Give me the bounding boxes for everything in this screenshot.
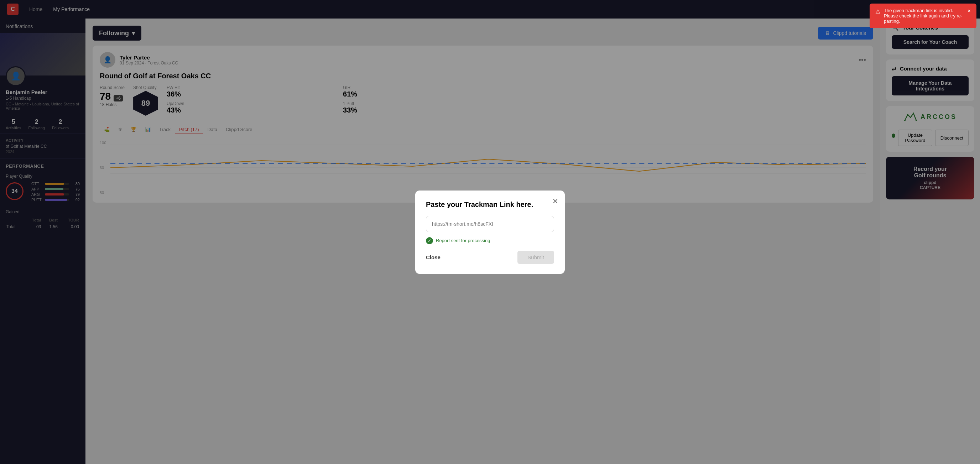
modal-footer: Close Submit bbox=[426, 251, 554, 264]
modal-success-message: ✓ Report sent for processing bbox=[426, 237, 554, 244]
toast-close-button[interactable]: × bbox=[967, 8, 971, 14]
trackman-link-input[interactable] bbox=[426, 216, 554, 232]
toast-message: The given trackman link is invalid. Plea… bbox=[884, 8, 964, 24]
modal-close-button[interactable]: Close bbox=[426, 254, 441, 260]
modal-overlay: Paste your Trackman Link here. ✕ ✓ Repor… bbox=[0, 0, 980, 464]
modal-close-x-button[interactable]: ✕ bbox=[552, 197, 558, 205]
modal-title: Paste your Trackman Link here. bbox=[426, 200, 554, 209]
success-check-icon: ✓ bbox=[426, 237, 433, 244]
trackman-modal: Paste your Trackman Link here. ✕ ✓ Repor… bbox=[415, 191, 565, 274]
toast-warning-icon: ⚠ bbox=[875, 8, 880, 15]
success-text: Report sent for processing bbox=[436, 238, 490, 243]
error-toast: ⚠ The given trackman link is invalid. Pl… bbox=[870, 3, 977, 28]
modal-submit-button[interactable]: Submit bbox=[517, 251, 554, 264]
